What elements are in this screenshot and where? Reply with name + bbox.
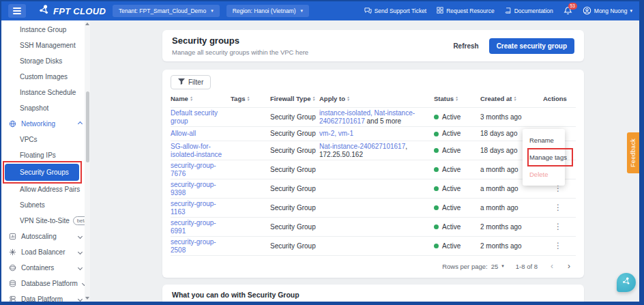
apply-to-cell: Nat-instance-240627101617, 172.25.50.162 [319, 143, 434, 158]
sidebar-section-networking[interactable]: Networking [1, 116, 90, 132]
security-group-name-link[interactable]: Allow-all [171, 130, 196, 137]
column-header-firewall-type[interactable]: Firewall Type▴▾ [270, 95, 319, 102]
send-support-ticket-link[interactable]: Send Support Ticket [364, 7, 427, 16]
support-chat-fab[interactable] [617, 273, 636, 292]
status-dot-icon [434, 224, 439, 229]
feedback-tab[interactable]: Feedback [627, 132, 639, 173]
sidebar-section-load-balancer[interactable]: Load Balancer [1, 244, 90, 260]
column-header-name[interactable]: Name▴▾ [171, 95, 231, 102]
hamburger-menu-icon[interactable] [8, 4, 26, 18]
firewall-type-cell: Security Group [270, 185, 319, 193]
table-row: security-group-7676 Security Group Activ… [171, 160, 576, 179]
scrollbar-thumb[interactable] [86, 91, 89, 162]
security-group-name-link[interactable]: security-group-9398 [171, 181, 216, 197]
row-actions-kebab-icon[interactable]: ⋮ [543, 203, 562, 212]
fpt-cloud-logo: FPT CLOUD [38, 4, 106, 18]
previous-page-button[interactable]: ‹ [549, 261, 555, 271]
sidebar-item-subnets[interactable]: Subnets [1, 197, 90, 213]
sort-icon[interactable]: ▴▾ [347, 96, 349, 101]
sort-icon[interactable]: ▴▾ [514, 96, 516, 101]
table-row: security-group-6991 Security Group Activ… [171, 217, 576, 236]
sidebar-section-database-platform[interactable]: Database Platform [1, 276, 90, 291]
column-header-actions: Actions [543, 95, 576, 102]
column-header-created-at[interactable]: Created at▴▾ [480, 95, 543, 102]
create-security-group-button[interactable]: Create security group [489, 38, 574, 54]
context-menu-delete[interactable]: Delete [523, 166, 565, 183]
page-header-card: Security groups Manage all security grou… [162, 30, 584, 61]
sidebar-item-custom-images[interactable]: Custom Images [1, 69, 90, 85]
firewall-type-cell: Security Group [270, 147, 319, 155]
topbar-right: Send Support Ticket Request Resource Doc… [364, 6, 632, 16]
status-dot-icon [434, 148, 439, 153]
containers-icon [8, 264, 16, 272]
context-menu-manage-tags[interactable]: Manage tags [523, 149, 565, 166]
next-page-button[interactable]: › [566, 261, 572, 271]
chevron-down-icon [78, 297, 83, 302]
sidebar-item-vpcs[interactable]: VPCs [1, 132, 90, 147]
notifications-bell-icon[interactable]: 53 [564, 6, 572, 16]
request-resource-link[interactable]: Request Resource [437, 7, 494, 15]
sidebar: Instance Group SSH Management Storage Di… [1, 20, 90, 302]
sidebar-section-data-platform[interactable]: Data Platform [1, 291, 90, 302]
sidebar-section-containers[interactable]: Containers [1, 260, 90, 276]
security-group-name-link[interactable]: security-group-6991 [171, 219, 216, 235]
tenant-selector[interactable]: Tenant: FPT_Smart_Cloud_Demo▾ [113, 5, 220, 17]
security-group-name-link[interactable]: Default security group [171, 109, 218, 125]
column-header-status[interactable]: Status▴▾ [434, 95, 480, 102]
filter-button[interactable]: Filter [171, 75, 211, 89]
security-group-name-link[interactable]: security-group-7676 [171, 162, 216, 177]
security-group-name-link[interactable]: security-group-2508 [171, 238, 216, 254]
sidebar-item-instance-schedule[interactable]: Instance Schedule [1, 85, 90, 100]
sidebar-item-floating-ips[interactable]: Floating IPs [1, 147, 90, 163]
sort-icon[interactable]: ▴▾ [312, 96, 314, 101]
fpt-cloud-console: FPT CLOUD Tenant: FPT_Smart_Cloud_Demo▾ … [0, 0, 644, 305]
book-icon [505, 7, 512, 16]
apply-to-link[interactable]: Nat-instance-240627101617 [319, 143, 405, 150]
status-cell: Active [434, 113, 480, 121]
sidebar-item-snapshot[interactable]: Snapshot [1, 100, 90, 116]
page-title: Security groups [172, 35, 308, 46]
apply-to-link[interactable]: vm-2, vm-1 [319, 130, 353, 137]
refresh-button[interactable]: Refresh [453, 42, 478, 50]
firewall-type-cell: Security Group [270, 130, 319, 138]
sidebar-item-instance-group[interactable]: Instance Group [1, 22, 90, 38]
chevron-up-icon [78, 121, 83, 126]
sidebar-item-vpn-site-to-site[interactable]: VPN Site-to-Site beta [1, 213, 90, 229]
scroll-up-arrow-icon[interactable] [85, 23, 89, 25]
firewall-type-cell: Security Group [270, 204, 319, 212]
status-dot-icon [434, 132, 439, 136]
region-selector[interactable]: Region: Hanoi (Vietnam)▾ [226, 5, 309, 17]
sidebar-item-storage-disks[interactable]: Storage Disks [1, 53, 90, 69]
funnel-filter-icon [178, 78, 185, 86]
sort-icon[interactable]: ▴▾ [247, 96, 249, 101]
sidebar-item-ssh-management[interactable]: SSH Management [1, 38, 90, 53]
info-card-title: What you can do with Security Group [172, 291, 574, 299]
table-row: Default security group Security Group in… [171, 107, 576, 126]
context-menu-rename[interactable]: Rename [523, 132, 565, 149]
sidebar-section-autoscaling[interactable]: Autoscaling [1, 229, 90, 244]
security-groups-table-card: Filter Name▴▾ Tags▴▾ Firewall Type▴▾ App… [162, 70, 584, 278]
row-actions-kebab-icon[interactable]: ⋮ [543, 222, 562, 231]
security-group-name-link[interactable]: security-group-1163 [171, 200, 216, 216]
sidebar-item-security-groups[interactable]: Security Groups [5, 164, 79, 181]
row-actions-kebab-icon[interactable]: ⋮ [543, 241, 562, 250]
sidebar-item-allow-address-pairs[interactable]: Allow Address Pairs [1, 181, 90, 197]
sort-icon[interactable]: ▴▾ [456, 96, 458, 101]
firewall-type-cell: Security Group [270, 242, 319, 250]
sidebar-scrollbar[interactable] [85, 20, 90, 302]
created-at-cell: 3 months ago [480, 113, 543, 121]
rows-per-page-select[interactable]: Rows per page: 25 ▾ [442, 263, 504, 270]
chevron-down-icon: ▾ [301, 8, 304, 14]
sort-icon[interactable]: ▴▾ [190, 96, 192, 101]
table-row: SG-allow-for-isolated-instance Security … [171, 141, 576, 160]
column-header-tags[interactable]: Tags▴▾ [231, 95, 270, 102]
documentation-link[interactable]: Documentation [505, 7, 553, 16]
apply-to-cell: instance-isolated, Nat-instance-24062710… [319, 109, 434, 125]
user-menu[interactable]: Mong Nuong ▾ [583, 6, 632, 16]
table-row: security-group-1163 Security Group Activ… [171, 198, 576, 217]
status-dot-icon [434, 115, 439, 119]
scroll-down-arrow-icon[interactable] [85, 297, 89, 300]
security-group-name-link[interactable]: SG-allow-for-isolated-instance [171, 143, 222, 158]
column-header-apply-to[interactable]: Apply to▴▾ [319, 95, 434, 102]
topbar: FPT CLOUD Tenant: FPT_Smart_Cloud_Demo▾ … [1, 1, 639, 20]
